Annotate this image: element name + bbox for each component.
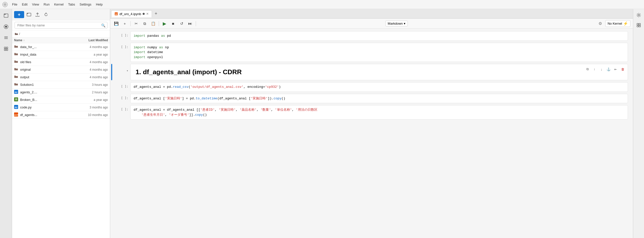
new-folder-button[interactable] <box>25 11 33 18</box>
svg-rect-11 <box>4 49 6 51</box>
cell-type-select[interactable]: Markdown ▾ <box>385 21 408 26</box>
menu-settings[interactable]: Settings <box>77 2 93 7</box>
file-name: agents_2.... <box>20 90 73 94</box>
file-type-icon: ipynb <box>14 112 18 117</box>
notebook-tab-active[interactable]: py df_uro_4.ipynb ✕ <box>111 10 152 17</box>
cut-cell-button[interactable]: ✂ <box>133 20 140 27</box>
file-type-icon <box>14 67 18 72</box>
delete-cell-action[interactable]: 🗑 <box>620 66 626 72</box>
cell-type-label: Markdown <box>388 22 403 25</box>
code-cell-6: [ ]: df_agents_anal = df_agents_anal [['… <box>115 105 628 120</box>
menu-file[interactable]: File <box>10 2 19 7</box>
code-cell-5: [ ]: df_agents_anal ['実施日時'] = pd.to_dat… <box>115 94 628 103</box>
file-list-item[interactable]: output 4 months ago <box>12 73 110 81</box>
file-list-item[interactable]: data_for_... 4 months ago <box>12 43 110 51</box>
cell-body-6[interactable]: df_agents_anal = df_agents_anal [['患者ID'… <box>130 105 628 120</box>
right-sidebar <box>633 9 644 238</box>
right-settings-btn[interactable] <box>635 11 643 19</box>
menubar: File Edit View Run Kernel Tabs Settings … <box>0 0 644 9</box>
file-list-item[interactable]: original 4 months ago <box>12 66 110 73</box>
notebook-settings-button[interactable]: ⚙ <box>597 20 604 27</box>
column-name-sort[interactable]: Name ↑ <box>14 38 73 42</box>
file-toolbar: + <box>12 9 110 20</box>
file-name: data_for_... <box>20 45 73 49</box>
file-list-item[interactable]: Solution1 3 hours ago <box>12 81 110 89</box>
refresh-button[interactable] <box>42 11 50 18</box>
menu-run[interactable]: Run <box>42 2 52 7</box>
menu-help[interactable]: Help <box>94 2 105 7</box>
file-search-input[interactable] <box>15 22 107 29</box>
paste-cell-button[interactable]: 📋 <box>150 20 157 27</box>
menu-view[interactable]: View <box>30 2 41 7</box>
file-list-item[interactable]: 🖼 Broken_B... a year ago <box>12 96 110 104</box>
file-modified: 4 months ago <box>73 68 108 71</box>
sidebar-commands-btn[interactable] <box>2 33 11 42</box>
cell-prompt-2: [ ]: <box>115 43 130 62</box>
svg-rect-10 <box>6 47 8 49</box>
folder-icon <box>15 32 18 36</box>
svg-rect-6 <box>4 36 8 37</box>
file-modified: 2 hours ago <box>73 91 108 94</box>
menu-tabs[interactable]: Tabs <box>66 2 77 7</box>
stop-button[interactable]: ■ <box>170 20 177 27</box>
notebook-tabs: py df_uro_4.ipynb ✕ + <box>110 9 633 19</box>
move-up-action[interactable]: ↑ <box>591 66 597 72</box>
svg-text:py: py <box>15 106 18 108</box>
file-list-item[interactable]: py code.py 3 months ago <box>12 104 110 111</box>
svg-rect-26 <box>637 23 638 25</box>
cell-body-4[interactable]: df_agents_anal = pd.read_csv('output/df_… <box>130 82 628 92</box>
run-button[interactable]: ▶ <box>161 20 168 27</box>
restart-run-button[interactable]: ⏭ <box>187 20 194 27</box>
cell-prompt-1: [ ]: <box>115 31 130 41</box>
save-button[interactable]: 💾 <box>113 20 120 27</box>
copy-cell-button[interactable]: ⧉ <box>141 20 148 27</box>
file-list: data_for_... 4 months ago imput_data a y… <box>12 43 110 238</box>
file-type-icon <box>14 52 18 57</box>
file-type-icon: 🖼 <box>14 97 18 102</box>
file-name: code.py <box>20 105 73 109</box>
markdown-heading: 1. df_agents_anal (import) - CDRR <box>136 68 242 76</box>
notebook-area: py df_uro_4.ipynb ✕ + 💾 + ✂ ⧉ 📋 ▶ ■ ↺ ⏭ … <box>110 9 633 238</box>
copy-cell-action[interactable]: ⧉ <box>584 66 590 72</box>
svg-rect-9 <box>4 47 6 49</box>
new-file-button[interactable]: + <box>14 11 24 18</box>
file-name: Broken_B... <box>20 98 73 102</box>
kernel-select[interactable]: No Kernel ⚡ <box>605 20 630 27</box>
sidebar-files-btn[interactable] <box>2 11 11 20</box>
right-tools-btn[interactable] <box>635 21 643 29</box>
file-name: Solution1 <box>20 83 73 87</box>
menu-edit[interactable]: Edit <box>20 2 29 7</box>
file-modified: 4 months ago <box>73 60 108 64</box>
file-modified: a year ago <box>73 53 108 56</box>
upload-button[interactable] <box>34 11 41 18</box>
cell-type-chevron: ▾ <box>404 22 406 25</box>
unsaved-indicator <box>143 13 145 15</box>
breadcrumb: / <box>12 30 110 37</box>
cell-body-1[interactable]: import pandas as pd <box>130 31 628 41</box>
code-cell-1: [ ]: import pandas as pd <box>115 31 628 41</box>
file-list-item[interactable]: imput_data a year ago <box>12 51 110 58</box>
sidebar-extensions-btn[interactable] <box>2 44 11 53</box>
indent-action[interactable]: ⇤ <box>613 66 619 72</box>
toolbar-separator-3 <box>196 21 196 26</box>
cell-body-2[interactable]: import numpy as np import datetime impor… <box>130 43 628 62</box>
svg-point-25 <box>638 14 639 16</box>
add-cell-button[interactable]: + <box>121 20 128 27</box>
file-list-item[interactable]: old files 4 months ago <box>12 58 110 66</box>
restart-button[interactable]: ↺ <box>178 20 185 27</box>
menu-kernel[interactable]: Kernel <box>52 2 66 7</box>
file-modified: a year ago <box>73 98 108 102</box>
svg-rect-8 <box>4 38 8 39</box>
cell-body-5[interactable]: df_agents_anal ['実施日時'] = pd.to_datetime… <box>130 94 628 103</box>
sidebar-running-btn[interactable] <box>2 22 11 31</box>
add-tab-button[interactable]: + <box>152 10 159 17</box>
notebook-content: [ ]: import pandas as pd [ ]: import num… <box>110 29 633 238</box>
anchor-action[interactable]: ⚓ <box>606 66 612 72</box>
file-list-item[interactable]: py agents_2.... 2 hours ago <box>12 89 110 96</box>
svg-text:py: py <box>15 91 18 93</box>
markdown-cell-body[interactable]: ⧉ ↑ ↓ ⚓ ⇤ 🗑 1. df_agents_anal (import) -… <box>130 64 628 80</box>
file-modified: 3 months ago <box>73 106 108 109</box>
close-tab-icon[interactable]: ✕ <box>146 12 149 16</box>
file-list-item[interactable]: ipynb df_agents... 10 months ago <box>12 111 110 119</box>
move-down-action[interactable]: ↓ <box>598 66 605 72</box>
